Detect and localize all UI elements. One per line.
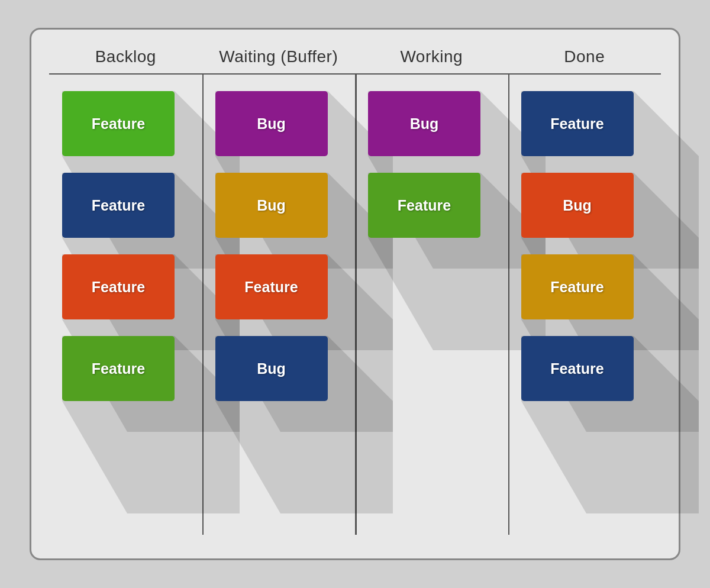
column-working: Bug Feature [355, 75, 508, 535]
card-face: Bug [215, 173, 328, 238]
card-face: Bug [215, 336, 328, 401]
card-waiting-4[interactable]: Bug [215, 336, 328, 401]
card-backlog-1[interactable]: Feature [62, 91, 175, 156]
card-done-1[interactable]: Feature [521, 91, 634, 156]
col-header-backlog: Backlog [49, 41, 202, 73]
col-header-waiting: Waiting (Buffer) [202, 41, 356, 73]
column-backlog: Feature Feature Feature Fe [49, 75, 202, 535]
column-done: Feature Bug Feature Featur [508, 75, 661, 535]
card-face: Feature [521, 91, 634, 156]
card-face: Feature [521, 336, 634, 401]
card-backlog-3[interactable]: Feature [62, 254, 175, 319]
card-face: Feature [62, 91, 175, 156]
kanban-board: Backlog Waiting (Buffer) Working Done Fe… [30, 28, 680, 560]
card-backlog-4[interactable]: Feature [62, 336, 175, 401]
card-face: Feature [521, 254, 634, 319]
card-done-3[interactable]: Feature [521, 254, 634, 319]
card-done-4[interactable]: Feature [521, 336, 634, 401]
col-divider-3 [508, 75, 510, 535]
column-waiting: Bug Bug Feature Bug [202, 75, 356, 535]
card-waiting-2[interactable]: Bug [215, 173, 328, 238]
col-header-done: Done [508, 41, 661, 73]
card-waiting-1[interactable]: Bug [215, 91, 328, 156]
card-face: Feature [215, 254, 328, 319]
card-face: Bug [521, 173, 634, 238]
card-face: Bug [215, 91, 328, 156]
card-face: Feature [62, 173, 175, 238]
card-face: Feature [62, 336, 175, 401]
col-divider-1 [202, 75, 204, 535]
col-header-working: Working [355, 41, 508, 73]
card-working-1[interactable]: Bug [368, 91, 480, 156]
card-working-2[interactable]: Feature [368, 173, 480, 238]
card-backlog-2[interactable]: Feature [62, 173, 175, 238]
columns-header: Backlog Waiting (Buffer) Working Done [49, 41, 661, 73]
columns-body: Feature Feature Feature Fe [49, 73, 661, 535]
card-waiting-3[interactable]: Feature [215, 254, 328, 319]
card-face: Feature [62, 254, 175, 319]
col-divider-2 [355, 75, 357, 535]
card-face: Bug [368, 91, 480, 156]
card-face: Feature [368, 173, 480, 238]
card-done-2[interactable]: Bug [521, 173, 634, 238]
